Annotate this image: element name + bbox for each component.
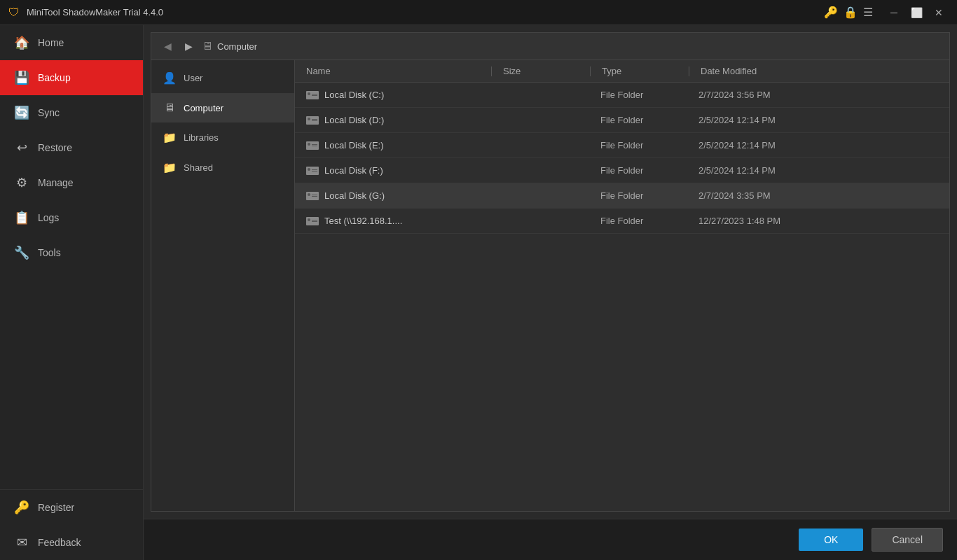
file-type-cell: File Folder	[589, 165, 687, 176]
col-header-name: Name	[295, 66, 491, 76]
file-type-cell: File Folder	[589, 115, 687, 125]
tree-item-user[interactable]: 👤 User	[151, 63, 294, 93]
tree-item-shared[interactable]: 📁 Shared	[151, 153, 294, 183]
home-icon: 🏠	[14, 35, 29, 50]
file-row[interactable]: Test (\\192.168.1.... File Folder 12/27/…	[295, 209, 949, 234]
sidebar-item-home[interactable]: 🏠 Home	[0, 25, 143, 60]
window-controls: ─ ⬜ ✕	[884, 4, 949, 21]
sidebar-item-tools[interactable]: 🔧 Tools	[0, 235, 143, 270]
sidebar-item-sync[interactable]: 🔄 Sync	[0, 95, 143, 130]
tree-label-user: User	[184, 73, 202, 83]
sidebar: 🏠 Home 💾 Backup 🔄 Sync ↩ Restore ⚙ Manag…	[0, 25, 144, 560]
sidebar-item-backup[interactable]: 💾 Backup	[0, 60, 143, 95]
backup-icon: 💾	[14, 70, 29, 85]
file-row[interactable]: Local Disk (D:) File Folder 2/5/2024 12:…	[295, 108, 949, 133]
register-icon: 🔑	[14, 500, 29, 515]
tree-label-computer: Computer	[184, 103, 223, 113]
file-browser: ◀ ▶ 🖥 Computer 👤 User 🖥 Compu	[151, 32, 950, 512]
sidebar-item-register[interactable]: 🔑 Register	[0, 490, 143, 525]
user-tree-icon: 👤	[163, 71, 177, 85]
sidebar-label-backup: Backup	[38, 72, 71, 83]
content-area: ◀ ▶ 🖥 Computer 👤 User 🖥 Compu	[144, 25, 957, 560]
main-layout: 🏠 Home 💾 Backup 🔄 Sync ↩ Restore ⚙ Manag…	[0, 25, 957, 560]
titlebar: 🛡 MiniTool ShadowMaker Trial 4.4.0 🔑 🔒 ☰…	[0, 0, 957, 25]
column-headers: Name Size Type Date Modified	[295, 60, 949, 83]
feedback-icon: ✉	[14, 535, 29, 550]
file-row[interactable]: Local Disk (C:) File Folder 2/7/2024 3:5…	[295, 83, 949, 108]
sidebar-label-logs: Logs	[38, 212, 59, 223]
logs-icon: 📋	[14, 210, 29, 225]
menu-icon[interactable]: ☰	[863, 6, 873, 19]
disk-icon	[306, 141, 319, 150]
file-name: Local Disk (D:)	[324, 115, 384, 125]
sidebar-label-tools: Tools	[38, 247, 61, 258]
disk-icon	[306, 116, 319, 125]
file-date-cell: 2/5/2024 12:14 PM	[687, 140, 949, 150]
sidebar-item-logs[interactable]: 📋 Logs	[0, 200, 143, 235]
sidebar-label-register: Register	[38, 502, 74, 513]
cancel-button[interactable]: Cancel	[872, 528, 943, 552]
sidebar-label-sync: Sync	[38, 107, 60, 118]
app-title: MiniTool ShadowMaker Trial 4.4.0	[27, 7, 824, 18]
file-name-cell: Local Disk (E:)	[295, 140, 491, 150]
sidebar-label-manage: Manage	[38, 177, 74, 188]
file-name-cell: Local Disk (C:)	[295, 90, 491, 100]
sidebar-item-feedback[interactable]: ✉ Feedback	[0, 525, 143, 560]
file-name: Local Disk (E:)	[324, 140, 384, 150]
col-header-type: Type	[591, 66, 689, 76]
col-header-date: Date Modified	[689, 66, 949, 76]
close-button[interactable]: ✕	[929, 4, 949, 21]
file-type-cell: File Folder	[589, 216, 687, 226]
tree-label-libraries: Libraries	[184, 132, 219, 143]
breadcrumb-text: Computer	[217, 41, 257, 52]
tree-panel: 👤 User 🖥 Computer 📁 Libraries 📁 Shared	[151, 60, 295, 511]
libraries-tree-icon: 📁	[163, 131, 177, 144]
file-name-cell: Local Disk (F:)	[295, 165, 491, 176]
breadcrumb: 🖥 Computer	[202, 40, 257, 52]
restore-icon: ↩	[14, 140, 29, 155]
file-date-cell: 12/27/2023 1:48 PM	[687, 216, 949, 226]
file-row[interactable]: Local Disk (G:) File Folder 2/7/2024 3:3…	[295, 183, 949, 209]
file-type-cell: File Folder	[589, 140, 687, 150]
ok-button[interactable]: OK	[799, 528, 863, 551]
sidebar-label-restore: Restore	[38, 142, 72, 153]
sidebar-bottom: 🔑 Register ✉ Feedback	[0, 489, 143, 560]
restore-button[interactable]: ⬜	[907, 4, 926, 21]
tree-item-computer[interactable]: 🖥 Computer	[151, 93, 294, 122]
manage-icon: ⚙	[14, 175, 29, 190]
file-name-cell: Local Disk (G:)	[295, 190, 491, 201]
tree-item-libraries[interactable]: 📁 Libraries	[151, 122, 294, 153]
shared-tree-icon: 📁	[163, 161, 177, 174]
file-name: Local Disk (F:)	[324, 165, 383, 176]
file-date-cell: 2/7/2024 3:56 PM	[687, 90, 949, 100]
tree-label-shared: Shared	[184, 162, 213, 173]
lock-icon[interactable]: 🔒	[844, 6, 858, 19]
sidebar-item-restore[interactable]: ↩ Restore	[0, 130, 143, 165]
browser-body: 👤 User 🖥 Computer 📁 Libraries 📁 Shared	[151, 60, 949, 511]
file-row[interactable]: Local Disk (E:) File Folder 2/5/2024 12:…	[295, 133, 949, 158]
back-button[interactable]: ◀	[160, 38, 175, 54]
disk-icon	[306, 217, 319, 225]
file-list: Local Disk (C:) File Folder 2/7/2024 3:5…	[295, 83, 949, 511]
app-icon: 🛡	[8, 6, 21, 19]
forward-button[interactable]: ▶	[181, 38, 196, 54]
file-name: Local Disk (G:)	[324, 190, 385, 201]
minimize-button[interactable]: ─	[884, 4, 904, 21]
file-row[interactable]: Local Disk (F:) File Folder 2/5/2024 12:…	[295, 158, 949, 183]
file-panel: Name Size Type Date Modified Local Disk …	[295, 60, 949, 511]
file-name-cell: Test (\\192.168.1....	[295, 216, 491, 226]
file-name-cell: Local Disk (D:)	[295, 115, 491, 125]
file-type-cell: File Folder	[589, 190, 687, 201]
action-bar: OK Cancel	[144, 519, 957, 560]
sidebar-label-feedback: Feedback	[38, 537, 81, 548]
computer-breadcrumb-icon: 🖥	[202, 40, 213, 52]
key-icon[interactable]: 🔑	[824, 6, 838, 19]
sidebar-label-home: Home	[38, 37, 64, 48]
sidebar-item-manage[interactable]: ⚙ Manage	[0, 165, 143, 200]
file-name: Test (\\192.168.1....	[324, 216, 402, 226]
file-type-cell: File Folder	[589, 90, 687, 100]
file-name: Local Disk (C:)	[324, 90, 384, 100]
sync-icon: 🔄	[14, 105, 29, 120]
disk-icon	[306, 91, 319, 99]
file-date-cell: 2/5/2024 12:14 PM	[687, 165, 949, 176]
